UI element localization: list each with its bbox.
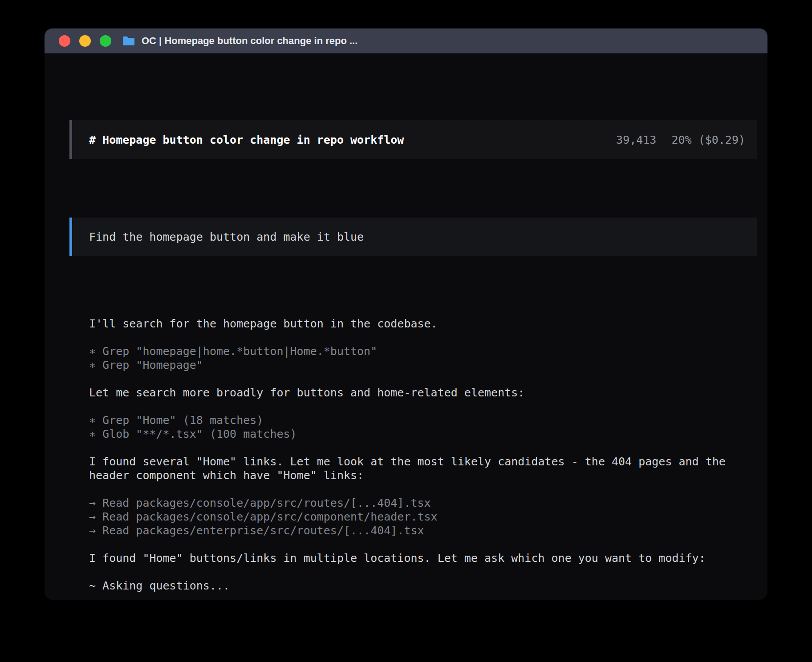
- terminal-content: # Homepage button color change in repo w…: [45, 53, 767, 600]
- assistant-text: I found "Home" buttons/links in multiple…: [89, 551, 757, 565]
- tool-call-line: → Read packages/enterprise/src/routes/[.…: [89, 524, 757, 537]
- text-line: I'll search for the homepage button in t…: [89, 317, 757, 331]
- text-line: ~ Asking questions...: [89, 579, 757, 593]
- session-title: # Homepage button color change in repo w…: [89, 133, 404, 147]
- tool-call-line: → Read packages/console/app/src/routes/[…: [89, 496, 757, 510]
- tool-call-line: ∗ Glob "**/*.tsx" (100 matches): [89, 427, 757, 441]
- context-usage: 20% ($0.29): [671, 133, 745, 147]
- user-message: Find the homepage button and make it blu…: [69, 218, 757, 256]
- tool-call-group: ∗ Grep "Home" (18 matches)∗ Glob "**/*.t…: [89, 413, 757, 441]
- minimize-button[interactable]: [79, 35, 91, 47]
- assistant-text: Let me search more broadly for buttons a…: [89, 386, 757, 400]
- tool-call-group: ∗ Grep "homepage|home.*button|Home.*butt…: [89, 344, 757, 372]
- traffic-lights: [59, 35, 111, 47]
- transcript: I'll search for the homepage button in t…: [89, 317, 757, 593]
- user-message-text: Find the homepage button and make it blu…: [89, 230, 364, 244]
- token-count: 39,413: [616, 133, 656, 147]
- window-title: OC | Homepage button color change in rep…: [142, 35, 357, 47]
- titlebar[interactable]: OC | Homepage button color change in rep…: [45, 28, 767, 53]
- text-line: header component which have "Home" links…: [89, 468, 757, 482]
- close-button[interactable]: [59, 35, 70, 47]
- text-line: Let me search more broadly for buttons a…: [89, 386, 757, 400]
- tool-call-line: ∗ Grep "homepage|home.*button|Home.*butt…: [89, 344, 757, 358]
- assistant-text: I found several "Home" links. Let me loo…: [89, 455, 757, 482]
- session-stats: 39,413 20% ($0.29): [616, 133, 745, 147]
- session-header: # Homepage button color change in repo w…: [69, 120, 757, 159]
- tool-call-group: → Read packages/console/app/src/routes/[…: [89, 496, 757, 537]
- folder-icon: [122, 36, 135, 46]
- tool-call-line: ∗ Grep "Home" (18 matches): [89, 413, 757, 427]
- tool-call-line: ∗ Grep "Homepage": [89, 358, 757, 372]
- assistant-text: I'll search for the homepage button in t…: [89, 317, 757, 331]
- zoom-button[interactable]: [100, 35, 111, 47]
- text-line: I found "Home" buttons/links in multiple…: [89, 551, 757, 565]
- tool-call-line: → Read packages/console/app/src/componen…: [89, 510, 757, 524]
- terminal-window: OC | Homepage button color change in rep…: [45, 28, 767, 600]
- assistant-text: ~ Asking questions...: [89, 579, 757, 593]
- text-line: I found several "Home" links. Let me loo…: [89, 455, 757, 468]
